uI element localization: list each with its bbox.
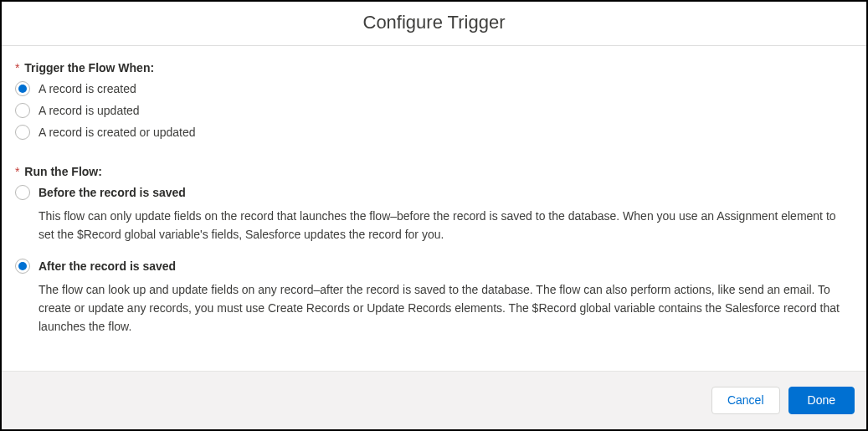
run-option-label: Before the record is saved bbox=[39, 184, 186, 201]
run-option-after-save-description: The flow can look up and update fields o… bbox=[39, 280, 846, 336]
radio-icon[interactable] bbox=[15, 81, 30, 96]
trigger-option-updated[interactable]: A record is updated bbox=[15, 100, 853, 121]
run-option-after-save[interactable]: After the record is saved bbox=[15, 255, 853, 277]
trigger-option-label: A record is created or updated bbox=[39, 124, 196, 141]
dialog-body: * Trigger the Flow When: A record is cre… bbox=[2, 46, 866, 371]
trigger-option-created-or-updated[interactable]: A record is created or updated bbox=[15, 121, 853, 143]
trigger-when-label: Trigger the Flow When: bbox=[24, 61, 154, 74]
trigger-option-created[interactable]: A record is created bbox=[15, 78, 853, 100]
trigger-option-label: A record is updated bbox=[39, 102, 140, 119]
cancel-button[interactable]: Cancel bbox=[711, 387, 780, 414]
radio-icon[interactable] bbox=[15, 125, 30, 140]
dialog-title: Configure Trigger bbox=[363, 12, 506, 33]
run-flow-legend: * Run the Flow: bbox=[15, 165, 853, 178]
run-option-before-save-description: This flow can only update fields on the … bbox=[39, 207, 846, 244]
trigger-option-label: A record is created bbox=[39, 80, 136, 97]
required-mark-icon: * bbox=[15, 165, 19, 178]
dialog-header: Configure Trigger bbox=[2, 2, 866, 46]
dialog-footer: Cancel Done bbox=[2, 371, 866, 429]
run-option-label: After the record is saved bbox=[39, 258, 176, 275]
run-option-before-save[interactable]: Before the record is saved bbox=[15, 182, 853, 203]
required-mark-icon: * bbox=[15, 61, 19, 74]
run-flow-group: Before the record is saved This flow can… bbox=[15, 182, 853, 336]
radio-icon[interactable] bbox=[15, 259, 30, 274]
radio-icon[interactable] bbox=[15, 185, 30, 200]
radio-icon[interactable] bbox=[15, 103, 30, 118]
trigger-when-group: A record is created A record is updated … bbox=[15, 78, 853, 143]
trigger-when-legend: * Trigger the Flow When: bbox=[15, 61, 853, 74]
done-button[interactable]: Done bbox=[788, 387, 855, 414]
run-flow-label: Run the Flow: bbox=[24, 165, 102, 178]
configure-trigger-dialog: Configure Trigger * Trigger the Flow Whe… bbox=[0, 0, 868, 431]
